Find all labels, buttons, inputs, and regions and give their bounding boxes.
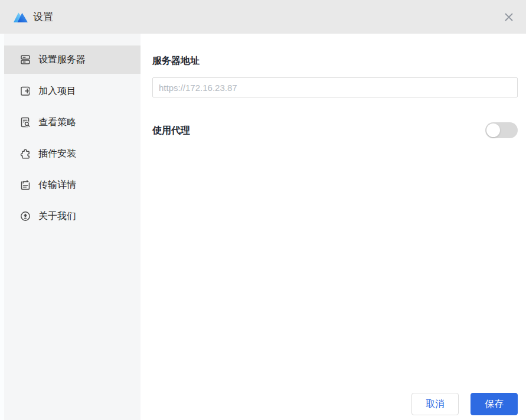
- sidebar-item-join-project[interactable]: 加入项目: [0, 77, 141, 105]
- main-panel: 服务器地址 使用代理 取消 保存: [141, 34, 526, 420]
- footer-actions: 取消 保存: [411, 393, 518, 415]
- sidebar-item-about-us[interactable]: 关于我们: [0, 202, 141, 230]
- close-icon: [504, 12, 514, 22]
- view-policy-icon: [19, 116, 31, 128]
- server-icon: [19, 54, 31, 66]
- sidebar-item-label: 关于我们: [38, 210, 76, 223]
- proxy-row: 使用代理: [152, 122, 518, 138]
- use-proxy-label: 使用代理: [152, 123, 190, 138]
- toggle-knob: [486, 123, 500, 137]
- window-title: 设置: [33, 10, 53, 24]
- sidebar-item-label: 查看策略: [38, 116, 76, 129]
- sidebar-item-label: 传输详情: [38, 179, 76, 191]
- settings-window: 设置 设置服务器: [0, 0, 526, 420]
- app-logo-icon: [13, 10, 28, 24]
- transfer-details-icon: [19, 179, 31, 191]
- sidebar-item-label: 加入项目: [38, 85, 76, 97]
- plugin-icon: [19, 148, 31, 159]
- save-button[interactable]: 保存: [471, 393, 518, 415]
- titlebar: 设置: [0, 0, 526, 34]
- server-address-label: 服务器地址: [152, 54, 518, 68]
- cancel-button[interactable]: 取消: [411, 393, 459, 415]
- sidebar-left-gutter: [0, 34, 4, 420]
- sidebar-item-transfer-details[interactable]: 传输详情: [0, 171, 141, 199]
- sidebar-item-label: 插件安装: [38, 148, 76, 160]
- sidebar-item-server-settings[interactable]: 设置服务器: [0, 45, 141, 74]
- sidebar-item-plugin-install[interactable]: 插件安装: [0, 139, 141, 168]
- server-address-input[interactable]: [152, 77, 518, 97]
- dialog-body: 设置服务器 加入项目: [0, 34, 526, 420]
- add-project-icon: [19, 85, 31, 97]
- close-button[interactable]: [500, 8, 518, 26]
- sidebar-item-label: 设置服务器: [38, 54, 86, 66]
- proxy-toggle[interactable]: [485, 122, 518, 138]
- sidebar-item-view-policy[interactable]: 查看策略: [0, 108, 141, 136]
- about-us-icon: [19, 210, 31, 222]
- sidebar: 设置服务器 加入项目: [0, 34, 141, 420]
